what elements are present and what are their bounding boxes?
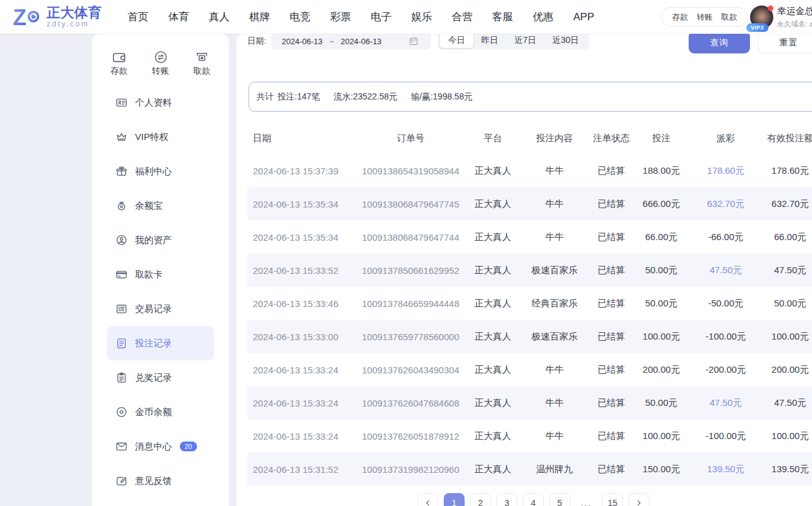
cell-platform: 正大真人 xyxy=(467,298,519,309)
quick-action[interactable]: 取款 xyxy=(193,50,211,77)
cell-order: 1009137850661629952 xyxy=(354,265,467,276)
quick-action[interactable]: 转账 xyxy=(152,50,169,77)
nav-item-10[interactable]: 客服 xyxy=(482,0,523,34)
sidebar-item[interactable]: 个人资料 xyxy=(107,85,214,120)
cell-date: 2024-06-13 15:33:24 xyxy=(247,431,354,442)
page-button-15[interactable]: 15 xyxy=(602,493,623,506)
sidebar-item-label: 余额宝 xyxy=(135,200,163,212)
cell-payout: 47.50元 xyxy=(690,397,761,409)
page-button-2[interactable]: 2 xyxy=(470,493,491,506)
column-header: 投注内容 xyxy=(519,133,590,144)
atm-icon xyxy=(195,50,209,64)
cell-bet: 50.00元 xyxy=(632,397,690,409)
sidebar-item[interactable]: 我的资产 xyxy=(107,223,214,257)
cell-order: 1009138068479647745 xyxy=(354,199,467,209)
page-button-3[interactable]: 3 xyxy=(497,493,517,506)
next-page-button[interactable] xyxy=(628,493,649,506)
nav-item-8[interactable]: 娱乐 xyxy=(401,0,442,34)
cell-status: 已结算 xyxy=(590,331,632,343)
sidebar-item[interactable]: 消息中心20 xyxy=(107,429,214,464)
calendar-icon xyxy=(409,36,419,46)
sidebar-item-label: 兑奖记录 xyxy=(135,372,172,384)
sidebar-item-label: 取款卡 xyxy=(135,269,163,281)
table-row: 2024-06-13 15:35:341009138068479647744正大… xyxy=(247,220,812,254)
sidebar-item-label: 投注记录 xyxy=(135,338,172,349)
page-button-4[interactable]: 4 xyxy=(523,493,544,506)
range-preset[interactable]: 今日 xyxy=(440,32,473,48)
quick-action-label: 取款 xyxy=(193,66,211,77)
cell-payout: -50.00元 xyxy=(690,298,761,309)
nav-item-5[interactable]: 电竞 xyxy=(280,0,320,34)
page-button-5[interactable]: 5 xyxy=(549,493,570,506)
nav-item-4[interactable]: 棋牌 xyxy=(239,0,280,34)
cell-content: 牛牛 xyxy=(519,198,590,210)
table-row: 2024-06-13 15:31:521009137319982120960正大… xyxy=(247,453,812,486)
cell-status: 已结算 xyxy=(590,298,632,309)
permanent-domain-note: 永久域名: z xyxy=(777,20,812,29)
wallet-action-2[interactable]: 转账 xyxy=(697,12,713,23)
wallet-actions-pill[interactable]: 存款转账取款 xyxy=(661,7,748,26)
nav-item-7[interactable]: 电子 xyxy=(361,0,401,34)
date-range-input[interactable]: 2024-06-13 ~ 2024-06-13 xyxy=(271,33,431,50)
clipboard-icon xyxy=(115,372,128,384)
nav-item-1[interactable]: 首页 xyxy=(118,0,158,34)
sidebar-item-label: 福利中心 xyxy=(135,166,172,177)
sidebar-quick-actions: 存款转账取款 xyxy=(92,34,229,77)
table-row: 2024-06-13 15:33:241009137626043490304正大… xyxy=(247,353,812,386)
nav-item-9[interactable]: 合营 xyxy=(442,0,482,34)
cell-content: 牛牛 xyxy=(519,364,590,376)
cell-payout: -100.00元 xyxy=(690,331,761,343)
brand-logo[interactable]: Z 正大体育 zdty.com xyxy=(12,4,102,31)
nav-item-12[interactable]: APP xyxy=(563,0,604,34)
cell-status: 已结算 xyxy=(590,265,632,276)
column-header: 订单号 xyxy=(354,133,467,144)
brand-logo-icon: Z xyxy=(12,4,43,31)
nav-item-11[interactable]: 优惠 xyxy=(523,0,563,34)
table-row: 2024-06-13 15:33:241009137626051878912正大… xyxy=(247,419,812,453)
sidebar-item[interactable]: 取款卡 xyxy=(107,257,214,292)
pouch-icon xyxy=(115,200,128,212)
page-button-1[interactable]: 1 xyxy=(444,493,465,506)
cell-date: 2024-06-13 15:33:52 xyxy=(247,265,354,276)
range-preset[interactable]: 近30日 xyxy=(544,32,587,48)
column-header: 注单状态 xyxy=(590,133,632,144)
quick-action[interactable]: 存款 xyxy=(110,50,128,77)
cell-platform: 正大真人 xyxy=(467,464,519,475)
cell-platform: 正大真人 xyxy=(467,331,519,343)
sidebar: 存款转账取款 个人资料VIP特权福利中心余额宝我的资产取款卡交易记录投注记录兑奖… xyxy=(92,34,229,506)
sidebar-item[interactable]: 福利中心 xyxy=(107,154,214,189)
column-header: 平台 xyxy=(467,133,519,144)
sidebar-item[interactable]: 金币余额 xyxy=(107,395,214,429)
prev-page-button[interactable] xyxy=(417,493,438,506)
sidebar-item[interactable]: 意见反馈 xyxy=(107,464,214,498)
nav-item-6[interactable]: 彩票 xyxy=(320,0,361,34)
cell-order: 1009137846659944448 xyxy=(354,298,467,309)
sidebar-item-label: VIP特权 xyxy=(135,131,168,143)
sidebar-item[interactable]: 兑奖记录 xyxy=(107,360,214,395)
column-header: 日期 xyxy=(247,133,354,144)
table-row: 2024-06-13 15:33:241009137626047684608正大… xyxy=(247,386,812,419)
range-preset[interactable]: 昨日 xyxy=(473,32,506,48)
reset-button[interactable]: 重置 xyxy=(758,31,812,53)
cell-platform: 正大真人 xyxy=(467,397,519,409)
cell-payout: 632.70元 xyxy=(690,198,761,210)
summary-prefix: 共计 xyxy=(257,91,274,103)
nav-item-3[interactable]: 真人 xyxy=(199,0,239,34)
sidebar-item[interactable]: 交易记录 xyxy=(107,292,214,326)
query-button[interactable]: 查询 xyxy=(689,31,750,53)
range-preset[interactable]: 近7日 xyxy=(506,32,544,48)
date-to: 2024-06-13 xyxy=(341,37,382,46)
wallet-action-1[interactable]: 存款 xyxy=(672,12,688,23)
nav-item-2[interactable]: 体育 xyxy=(158,0,199,34)
wallet-action-3[interactable]: 取款 xyxy=(721,12,737,23)
sidebar-item[interactable]: 投注记录 xyxy=(107,326,214,360)
cell-order: 1009137319982120960 xyxy=(354,464,467,475)
cell-status: 已结算 xyxy=(590,198,632,210)
sidebar-item[interactable]: VIP特权 xyxy=(107,120,214,154)
svg-text:Z: Z xyxy=(13,5,26,30)
cell-bet: 200.00元 xyxy=(632,364,690,376)
sidebar-item[interactable]: 余额宝 xyxy=(107,189,214,223)
cell-order: 1009137626051878912 xyxy=(354,431,467,442)
cell-order: 1009138654319058944 xyxy=(354,166,467,176)
user-info[interactable]: VIP3 幸运金总 永久域名: z xyxy=(750,6,812,29)
